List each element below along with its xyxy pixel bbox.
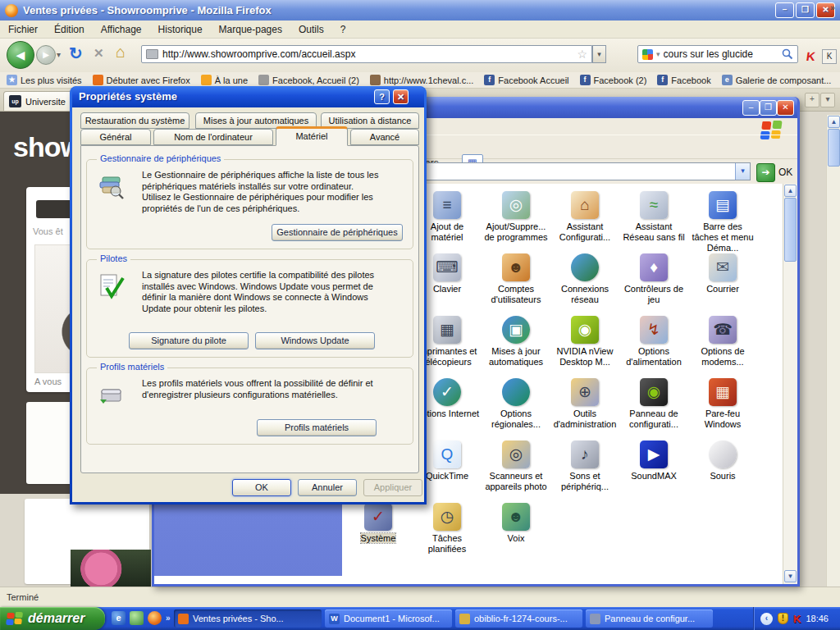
history-dropdown-icon[interactable]: ▾ bbox=[57, 50, 61, 59]
bookmarks-overflow-chevron[interactable]: » bbox=[830, 2, 835, 12]
driver-signing-button[interactable]: Signature du pilote bbox=[129, 332, 249, 349]
back-button[interactable]: ◀ bbox=[7, 41, 34, 69]
device-manager-button[interactable]: Gestionnaire de périphériques bbox=[272, 224, 403, 241]
dialog-tab[interactable]: Général bbox=[80, 129, 151, 145]
control-panel-icon[interactable]: ◷ Tâches planifiées bbox=[413, 503, 482, 555]
menu-item[interactable]: Affichage bbox=[101, 24, 142, 35]
control-panel-icon[interactable]: Connexions réseau bbox=[550, 253, 619, 305]
menu-item[interactable]: Outils bbox=[299, 24, 324, 35]
menu-item[interactable]: Marque-pages bbox=[219, 24, 282, 35]
bookmark-item[interactable]: ★ Les plus visités bbox=[7, 75, 82, 85]
internet-explorer-icon[interactable]: e bbox=[112, 611, 126, 625]
new-tab-button[interactable]: + bbox=[805, 93, 819, 107]
ok-button[interactable]: OK bbox=[232, 479, 291, 496]
bookmark-item[interactable]: http://www.1cheval.c... bbox=[370, 75, 473, 85]
menu-item[interactable]: ? bbox=[340, 24, 346, 35]
control-panel-icon[interactable]: ⊕ Outils d'administration bbox=[550, 378, 619, 430]
start-button[interactable]: démarrer bbox=[0, 607, 105, 630]
maximize-button[interactable]: ❐ bbox=[796, 2, 815, 18]
minimize-button[interactable]: – bbox=[742, 100, 760, 116]
system-properties-dialog: Propriétés système ? ✕ Restauration du s… bbox=[70, 86, 427, 504]
control-panel-icon[interactable]: ⌂ Assistant Configurati... bbox=[550, 191, 619, 243]
stop-button[interactable]: ✕ bbox=[94, 46, 104, 61]
search-icon[interactable] bbox=[782, 48, 793, 60]
bookmark-item[interactable]: f Facebook Accueil bbox=[484, 75, 568, 85]
control-panel-icon[interactable]: ☻ Voix bbox=[482, 503, 550, 544]
scroll-up-icon[interactable]: ▲ bbox=[828, 116, 840, 128]
control-panel-icon[interactable]: ▤ Barre des tâches et menu Déma... bbox=[688, 191, 757, 253]
taskbar-task-button[interactable]: Ventes privées - Sho... bbox=[174, 609, 322, 628]
hardware-profiles-button[interactable]: Profils matériels bbox=[257, 419, 377, 436]
help-button[interactable]: ? bbox=[374, 89, 390, 104]
windows-update-button[interactable]: Windows Update bbox=[255, 332, 375, 349]
taskbar-task-button[interactable]: obiblio-fr-1274-cours-... bbox=[455, 609, 582, 628]
list-all-tabs-icon[interactable]: ▾ bbox=[820, 93, 835, 107]
bookmark-item[interactable]: e Galerie de composant... bbox=[722, 75, 832, 85]
search-engine-dropdown-icon[interactable]: ▾ bbox=[656, 50, 660, 58]
explorer-scrollbar[interactable]: ▲ ▼ bbox=[783, 184, 797, 584]
url-bar[interactable]: http://www.showroomprive.com/accueil.asp… bbox=[141, 45, 592, 63]
control-panel-icon[interactable]: ☎ Options de modems... bbox=[688, 316, 757, 368]
search-input[interactable]: cours sur les glucide bbox=[664, 48, 778, 60]
quick-launch-chevron-icon[interactable]: » bbox=[166, 614, 171, 623]
menu-item[interactable]: Historique bbox=[158, 24, 203, 35]
kaspersky-icon[interactable]: K bbox=[806, 49, 816, 63]
go-button[interactable]: ➔ bbox=[756, 163, 775, 182]
control-panel-icon[interactable]: ◉ NVIDIA nView Desktop M... bbox=[550, 316, 619, 368]
bookmark-star-icon[interactable]: ☆ bbox=[577, 48, 587, 61]
scroll-up-icon[interactable]: ▲ bbox=[784, 185, 797, 197]
scrollbar-thumb[interactable] bbox=[784, 198, 797, 262]
tray-chevron-icon[interactable]: ‹ bbox=[760, 613, 773, 625]
search-bar[interactable]: ▾ cours sur les glucide bbox=[637, 45, 798, 63]
control-panel-icon[interactable]: ◎ Scanneurs et appareils photo bbox=[482, 441, 550, 492]
apply-button[interactable]: Appliquer bbox=[363, 479, 422, 496]
reload-button[interactable]: ↻ bbox=[69, 43, 83, 63]
scroll-down-icon[interactable]: ▼ bbox=[784, 570, 797, 582]
maximize-button[interactable]: ❐ bbox=[760, 100, 777, 116]
dialog-tab[interactable]: Avancé bbox=[350, 129, 419, 145]
bookmark-label: http://www.1cheval.c... bbox=[384, 75, 473, 85]
bookmark-item[interactable]: f Facebook bbox=[657, 75, 710, 85]
control-panel-icon[interactable]: Souris bbox=[688, 441, 757, 482]
control-panel-icon[interactable]: ✉ Courrier bbox=[688, 253, 757, 294]
bookmark-item[interactable]: Facebook, Accueil (2) bbox=[258, 75, 359, 85]
dialog-tab[interactable]: Nom de l'ordinateur bbox=[153, 129, 273, 145]
control-panel-icon[interactable]: ▣ Mises à jour automatiques bbox=[482, 316, 550, 368]
cancel-button[interactable]: Annuler bbox=[298, 479, 357, 496]
quick-launch-icon[interactable] bbox=[130, 611, 144, 625]
home-button[interactable]: ⌂ bbox=[116, 43, 126, 62]
page-scrollbar[interactable]: ▲ bbox=[826, 115, 840, 587]
control-panel-icon[interactable]: Options régionales... bbox=[482, 378, 550, 430]
dialog-tab[interactable]: Matériel bbox=[276, 126, 348, 146]
menu-item[interactable]: Fichier bbox=[8, 24, 38, 35]
address-dropdown-icon[interactable]: ▾ bbox=[735, 163, 750, 180]
k-toolbar-button[interactable]: K bbox=[822, 49, 837, 64]
firefox-icon[interactable] bbox=[148, 611, 162, 625]
forward-button[interactable]: ▶ bbox=[36, 45, 56, 65]
control-panel-icon[interactable]: ◎ Ajout/Suppre... de programmes bbox=[482, 191, 550, 243]
bookmark-item[interactable]: Débuter avec Firefox bbox=[93, 75, 190, 85]
taskbar-task-button[interactable]: W Document1 - Microsof... bbox=[325, 609, 452, 628]
url-text[interactable]: http://www.showroomprive.com/accueil.asp… bbox=[162, 48, 573, 60]
bookmark-item[interactable]: À la une bbox=[201, 75, 248, 85]
control-panel-icon[interactable]: ↯ Options d'alimentation bbox=[619, 316, 688, 368]
control-panel-icon[interactable]: ◉ Panneau de configurati... bbox=[619, 378, 688, 430]
control-panel-icon[interactable]: ≈ Assistant Réseau sans fil bbox=[619, 191, 688, 243]
menu-item[interactable]: Édition bbox=[54, 24, 84, 35]
control-panel-icon[interactable]: ▶ SoundMAX bbox=[619, 441, 688, 482]
close-button[interactable]: ✕ bbox=[393, 89, 409, 104]
kaspersky-tray-icon[interactable]: K bbox=[793, 613, 801, 625]
minimize-button[interactable]: – bbox=[775, 2, 794, 18]
control-panel-icon[interactable]: ♦ Contrôleurs de jeu bbox=[619, 253, 688, 305]
url-dropdown-button[interactable]: ▾ bbox=[592, 45, 606, 63]
bookmark-item[interactable]: f Facebook (2) bbox=[580, 75, 647, 85]
taskbar-task-button[interactable]: Panneau de configur... bbox=[586, 609, 713, 628]
control-panel-icon[interactable]: ✓ Système bbox=[344, 503, 413, 544]
control-panel-icon[interactable]: ☻ Comptes d'utilisateurs bbox=[482, 253, 550, 305]
control-panel-icon[interactable]: ♪ Sons et périphériq... bbox=[550, 441, 619, 492]
close-button[interactable]: ✕ bbox=[777, 100, 794, 116]
dialog-tab[interactable]: Restauration du système bbox=[80, 112, 189, 129]
security-shield-icon[interactable]: ! bbox=[778, 613, 788, 624]
scrollbar-thumb[interactable] bbox=[828, 129, 840, 167]
control-panel-icon[interactable]: ▦ Pare-feu Windows bbox=[688, 378, 757, 430]
